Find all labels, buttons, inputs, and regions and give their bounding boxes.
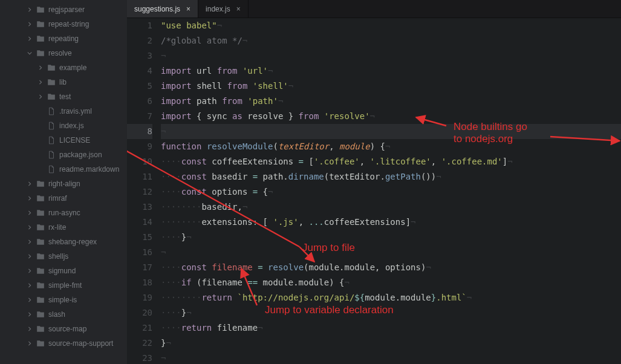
close-icon[interactable]: × — [236, 5, 241, 13]
chevron-right-icon — [37, 123, 44, 129]
code-line[interactable]: "use babel"¬ — [161, 18, 621, 33]
chevron-right-icon[interactable] — [27, 181, 33, 187]
tree-folder-resolve[interactable]: resolve — [0, 46, 127, 60]
line-number: 3 — [127, 48, 152, 63]
chevron-right-icon[interactable] — [27, 210, 33, 216]
chevron-down-icon[interactable] — [27, 50, 33, 56]
code-line[interactable]: ¬ — [161, 351, 621, 364]
code-line[interactable]: ········extensions: [ '.js', ...coffeeEx… — [161, 215, 621, 230]
tab-suggestions-js[interactable]: suggestions.js× — [127, 0, 198, 18]
folder-icon — [47, 63, 56, 72]
tree-folder-simple-is[interactable]: simple-is — [0, 293, 127, 307]
code-line[interactable]: import shell from 'shell'¬ — [161, 79, 621, 94]
file-tree[interactable]: regjsparserrepeat-stringrepeatingresolve… — [0, 0, 127, 364]
chevron-right-icon[interactable] — [27, 340, 33, 346]
chevron-right-icon[interactable] — [27, 21, 33, 27]
tree-file-index-js[interactable]: index.js — [0, 119, 127, 133]
line-number: 22 — [127, 336, 152, 351]
folder-icon — [36, 5, 45, 14]
tree-folder-rx-lite[interactable]: rx-lite — [0, 220, 127, 235]
chevron-right-icon[interactable] — [27, 253, 33, 259]
chevron-right-icon[interactable] — [37, 65, 44, 71]
folder-icon — [47, 93, 56, 101]
line-number: 4 — [127, 63, 152, 79]
code-line[interactable]: ¬ — [161, 124, 621, 139]
line-number: 19 — [127, 290, 152, 305]
tree-folder-repeat-string[interactable]: repeat-string — [0, 17, 127, 31]
chevron-right-icon[interactable] — [27, 195, 33, 201]
code-line[interactable]: /*global atom */¬ — [161, 33, 621, 48]
chevron-right-icon[interactable] — [27, 268, 33, 274]
line-number: 6 — [127, 94, 152, 109]
line-number: 14 — [127, 215, 152, 230]
tree-folder-run-async[interactable]: run-async — [0, 206, 127, 220]
tree-item-label: repeating — [48, 34, 79, 43]
code-line[interactable]: }¬ — [161, 336, 621, 351]
code-line[interactable]: ····}¬ — [161, 305, 621, 320]
tree-file-readme-markdown[interactable]: readme.markdown — [0, 162, 127, 177]
tree-item-label: package.json — [59, 151, 102, 159]
line-number: 2 — [127, 33, 152, 48]
tree-item-label: shebang-regex — [48, 238, 97, 246]
code-line[interactable]: ····const filename = resolve(module.modu… — [161, 260, 621, 275]
code-line[interactable]: function resolveModule(textEditor, modul… — [161, 139, 621, 154]
line-number: 23 — [127, 351, 152, 364]
tree-folder-regjsparser[interactable]: regjsparser — [0, 2, 127, 17]
tab-bar: suggestions.js×index.js× — [127, 0, 621, 18]
tree-folder-slash[interactable]: slash — [0, 307, 127, 322]
code-line[interactable]: import path from 'path'¬ — [161, 94, 621, 109]
chevron-right-icon[interactable] — [37, 94, 44, 100]
code-line[interactable]: ····const basedir = path.dirname(textEdi… — [161, 169, 621, 184]
file-icon — [47, 136, 56, 145]
tree-folder-shebang-regex[interactable]: shebang-regex — [0, 235, 127, 249]
chevron-right-icon[interactable] — [27, 7, 33, 13]
tree-file-package-json[interactable]: package.json — [0, 148, 127, 162]
tree-item-label: rx-lite — [48, 223, 66, 232]
tab-index-js[interactable]: index.js× — [198, 0, 249, 18]
code-line[interactable]: import url from 'url'¬ — [161, 63, 621, 79]
chevron-right-icon[interactable] — [27, 326, 33, 332]
tree-folder-lib[interactable]: lib — [0, 75, 127, 89]
tree-folder-test[interactable]: test — [0, 89, 127, 104]
tree-item-label: right-align — [48, 180, 80, 188]
code-line[interactable]: ····if (filename == module.module) {¬ — [161, 275, 621, 290]
tree-item-label: regjsparser — [48, 5, 85, 14]
file-icon — [47, 165, 56, 174]
tree-folder-rimraf[interactable]: rimraf — [0, 191, 127, 206]
tree-folder-sigmund[interactable]: sigmund — [0, 264, 127, 278]
chevron-right-icon[interactable] — [27, 239, 33, 245]
tree-folder-right-align[interactable]: right-align — [0, 177, 127, 191]
line-number: 12 — [127, 184, 152, 200]
code-line[interactable]: ····return filename¬ — [161, 320, 621, 336]
tree-folder-source-map-support[interactable]: source-map-support — [0, 336, 127, 351]
chevron-right-icon[interactable] — [27, 224, 33, 230]
code-line[interactable]: ¬ — [161, 48, 621, 63]
code-line[interactable]: import { sync as resolve } from 'resolve… — [161, 109, 621, 124]
code-line[interactable]: ········basedir,¬ — [161, 200, 621, 215]
folder-icon — [36, 252, 45, 261]
chevron-right-icon — [37, 137, 44, 143]
code-line[interactable]: ····const options = {¬ — [161, 184, 621, 200]
close-icon[interactable]: × — [186, 5, 190, 13]
line-number: 15 — [127, 230, 152, 245]
tree-folder-example[interactable]: example — [0, 60, 127, 75]
line-number: 7 — [127, 109, 152, 124]
folder-icon — [36, 339, 45, 348]
tree-folder-simple-fmt[interactable]: simple-fmt — [0, 278, 127, 293]
code-area[interactable]: "use babel"¬/*global atom */¬¬import url… — [161, 18, 621, 364]
chevron-right-icon — [37, 152, 44, 158]
chevron-right-icon[interactable] — [37, 79, 44, 85]
tree-file-license[interactable]: LICENSE — [0, 133, 127, 148]
chevron-right-icon[interactable] — [27, 36, 33, 42]
code-line[interactable]: ····}¬ — [161, 230, 621, 245]
code-line[interactable]: ····const coffeeExtensions = ['.coffee',… — [161, 154, 621, 169]
tree-folder-source-map[interactable]: source-map — [0, 322, 127, 336]
tree-folder-shelljs[interactable]: shelljs — [0, 249, 127, 264]
chevron-right-icon[interactable] — [27, 282, 33, 288]
chevron-right-icon[interactable] — [27, 311, 33, 317]
chevron-right-icon[interactable] — [27, 297, 33, 303]
tree-folder-repeating[interactable]: repeating — [0, 31, 127, 46]
tree-file--travis-yml[interactable]: .travis.yml — [0, 104, 127, 119]
code-line[interactable]: ········return `http://nodejs.org/api/${… — [161, 290, 621, 305]
code-line[interactable]: ¬ — [161, 245, 621, 260]
